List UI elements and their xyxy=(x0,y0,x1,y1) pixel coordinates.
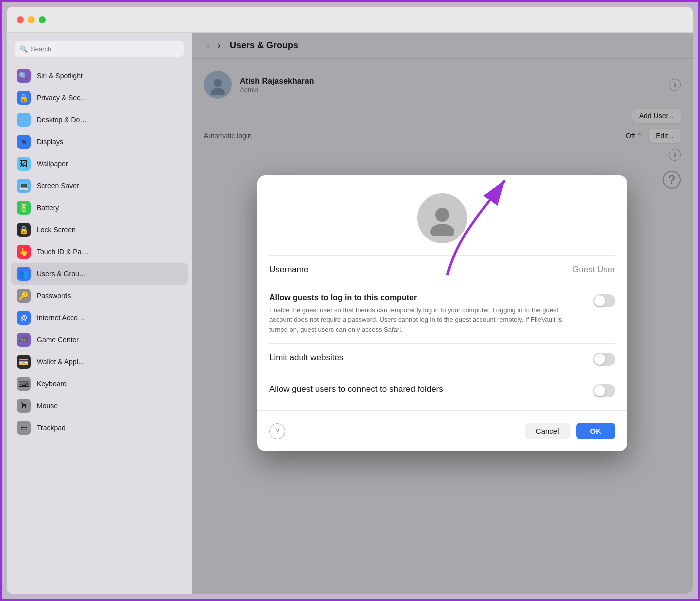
passwords-icon: 🔑 xyxy=(17,289,31,303)
sidebar-item-label: Siri & Spotlight xyxy=(37,72,83,80)
sidebar-item-label: Game Center xyxy=(37,336,79,344)
search-icon: 🔍 xyxy=(20,46,28,53)
sidebar-item-battery[interactable]: 🔋 Battery xyxy=(11,197,188,219)
sidebar-item-privacy-security[interactable]: 🔒 Privacy & Sec… xyxy=(11,87,188,109)
username-value: Guest User xyxy=(572,265,616,275)
users-groups-icon: 👥 xyxy=(17,267,31,281)
minimize-button[interactable] xyxy=(28,16,35,24)
traffic-lights xyxy=(7,16,46,24)
main-content: ‹ › Users & Groups Atish Rajasekhar xyxy=(192,33,693,594)
sidebar-item-touch-id[interactable]: 👆 Touch ID & Pa… xyxy=(11,241,188,263)
allow-guests-content: Allow guests to log in to this computer … xyxy=(270,294,582,335)
limit-adult-toggle[interactable] xyxy=(594,353,616,366)
game-center-icon: 🎮 xyxy=(17,333,31,347)
sidebar-item-label: Privacy & Sec… xyxy=(37,94,88,102)
window-body: 🔍 🔍 Siri & Spotlight 🔒 Privacy & Sec… 🖥 … xyxy=(7,33,693,594)
privacy-icon: 🔒 xyxy=(17,91,31,105)
sidebar-item-label: Wallpaper xyxy=(37,160,68,168)
allow-guests-toggle[interactable] xyxy=(594,294,616,308)
username-row: Username Guest User xyxy=(270,256,616,284)
close-button[interactable] xyxy=(17,16,24,24)
search-bar[interactable]: 🔍 xyxy=(15,41,184,57)
sidebar-item-desktop-dock[interactable]: 🖥 Desktop & Do… xyxy=(11,109,188,131)
wallpaper-icon: 🖼 xyxy=(17,157,31,171)
sidebar-item-label: Mouse xyxy=(37,402,58,410)
cancel-button[interactable]: Cancel xyxy=(525,423,570,440)
sidebar-item-label: Keyboard xyxy=(37,380,67,388)
modal-help-button[interactable]: ? xyxy=(270,424,286,440)
allow-shared-toggle[interactable] xyxy=(594,384,616,398)
sidebar-item-label: Battery xyxy=(37,204,59,212)
ok-button[interactable]: OK xyxy=(576,423,616,440)
sidebar-item-label: Trackpad xyxy=(37,424,66,432)
content-body: Atish Rajasekharan Admin ℹ Add User... A… xyxy=(192,59,693,594)
maximize-button[interactable] xyxy=(39,16,46,24)
sidebar-items: 🔍 Siri & Spotlight 🔒 Privacy & Sec… 🖥 De… xyxy=(7,65,192,594)
lock-screen-icon: 🔒 xyxy=(17,223,31,237)
sidebar-item-trackpad[interactable]: ▭ Trackpad xyxy=(11,417,188,439)
modal-body: Username Guest User Allow guests to log … xyxy=(258,256,628,407)
sidebar-item-mouse[interactable]: 🖱 Mouse xyxy=(11,395,188,417)
mouse-icon: 🖱 xyxy=(17,399,31,413)
battery-icon: 🔋 xyxy=(17,201,31,215)
desktop-icon: 🖥 xyxy=(17,113,31,127)
sidebar-item-game-center[interactable]: 🎮 Game Center xyxy=(11,329,188,351)
trackpad-icon: ▭ xyxy=(17,421,31,435)
touch-id-icon: 👆 xyxy=(17,245,31,259)
internet-accounts-icon: @ xyxy=(17,311,31,325)
sidebar-item-passwords[interactable]: 🔑 Passwords xyxy=(11,285,188,307)
sidebar-item-label: Desktop & Do… xyxy=(37,116,87,124)
search-input[interactable] xyxy=(31,46,179,53)
sidebar-item-wallpaper[interactable]: 🖼 Wallpaper xyxy=(11,153,188,175)
allow-guests-title: Allow guests to log in to this computer xyxy=(270,294,582,302)
sidebar-item-screen-saver[interactable]: 💻 Screen Saver xyxy=(11,175,188,197)
sidebar-item-users-groups[interactable]: 👥 Users & Grou… xyxy=(11,263,188,285)
modal-buttons: Cancel OK xyxy=(525,423,616,440)
sidebar-item-wallet[interactable]: 💳 Wallet & Appl… xyxy=(11,351,188,373)
sidebar-item-label: Displays xyxy=(37,138,64,146)
displays-icon: ☀ xyxy=(17,135,31,149)
limit-adult-row: Limit adult websites xyxy=(270,344,616,375)
modal-footer: ? Cancel OK xyxy=(258,410,628,452)
title-bar xyxy=(7,7,693,33)
modal-dialog: Username Guest User Allow guests to log … xyxy=(258,176,628,452)
allow-guests-desc: Enable the guest user so that friends ca… xyxy=(270,306,582,335)
username-label: Username xyxy=(270,265,390,275)
sidebar-item-lock-screen[interactable]: 🔒 Lock Screen xyxy=(11,219,188,241)
sidebar-item-label: Users & Grou… xyxy=(37,270,86,278)
allow-shared-row: Allow guest users to connect to shared f… xyxy=(270,375,616,406)
limit-adult-label: Limit adult websites xyxy=(270,353,390,363)
sidebar-item-label: Lock Screen xyxy=(37,226,76,234)
modal-avatar xyxy=(418,194,468,244)
sidebar-item-label: Passwords xyxy=(37,292,71,300)
sidebar-item-label: Touch ID & Pa… xyxy=(37,248,89,256)
sidebar-item-siri-spotlight[interactable]: 🔍 Siri & Spotlight xyxy=(11,65,188,87)
sidebar-item-keyboard[interactable]: ⌨ Keyboard xyxy=(11,373,188,395)
allow-guests-row: Allow guests to log in to this computer … xyxy=(270,284,616,344)
mac-window: 🔍 🔍 Siri & Spotlight 🔒 Privacy & Sec… 🖥 … xyxy=(7,7,693,594)
allow-shared-label: Allow guest users to connect to shared f… xyxy=(270,384,444,394)
screen-saver-icon: 💻 xyxy=(17,179,31,193)
sidebar-item-label: Internet Acco… xyxy=(37,314,85,322)
svg-point-2 xyxy=(436,208,450,222)
sidebar-item-displays[interactable]: ☀ Displays xyxy=(11,131,188,153)
svg-point-3 xyxy=(430,224,454,236)
keyboard-icon: ⌨ xyxy=(17,377,31,391)
sidebar-item-label: Screen Saver xyxy=(37,182,80,190)
sidebar-item-internet-accounts[interactable]: @ Internet Acco… xyxy=(11,307,188,329)
modal-avatar-section xyxy=(258,176,628,256)
sidebar: 🔍 🔍 Siri & Spotlight 🔒 Privacy & Sec… 🖥 … xyxy=(7,33,192,594)
sidebar-item-label: Wallet & Appl… xyxy=(37,358,86,366)
wallet-icon: 💳 xyxy=(17,355,31,369)
siri-spotlight-icon: 🔍 xyxy=(17,69,31,83)
modal-backdrop: Username Guest User Allow guests to log … xyxy=(192,59,693,594)
